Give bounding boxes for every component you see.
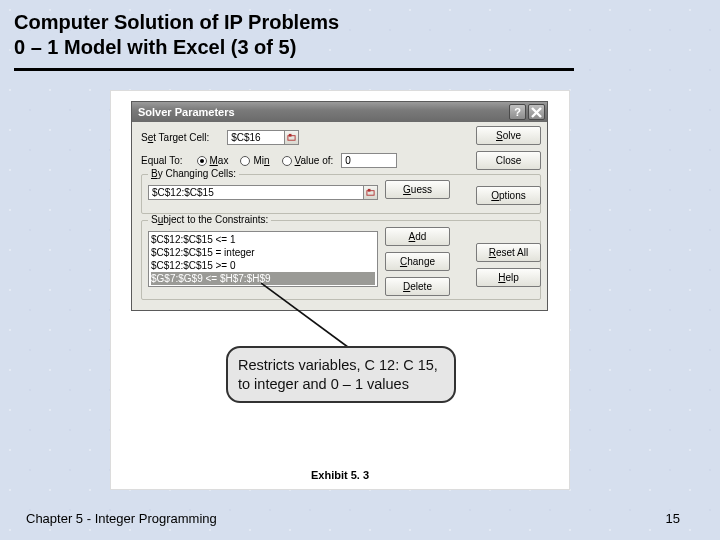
footer-chapter: Chapter 5 - Integer Programming bbox=[26, 511, 217, 526]
list-item[interactable]: $C$12:$C$15 = integer bbox=[151, 246, 375, 259]
dialog-titlebar[interactable]: Solver Parameters ? bbox=[132, 102, 547, 122]
reset-all-button[interactable]: Reset All bbox=[476, 243, 541, 262]
slide-title-line1: Computer Solution of IP Problems bbox=[14, 11, 339, 33]
list-item[interactable]: $C$12:$C$15 <= 1 bbox=[151, 233, 375, 246]
right-buttons: Solve Close Options Reset All Help bbox=[476, 126, 541, 293]
page-number: 15 bbox=[666, 511, 680, 526]
changing-cells-label: By Changing Cells: bbox=[148, 168, 239, 179]
options-button[interactable]: Options bbox=[476, 186, 541, 205]
slide-title: Computer Solution of IP Problems 0 – 1 M… bbox=[14, 10, 339, 60]
close-icon[interactable] bbox=[528, 104, 545, 120]
middle-buttons: Guess Add Change Delete bbox=[385, 180, 450, 302]
constraints-label: Subject to the Constraints: bbox=[148, 214, 271, 225]
list-item[interactable]: $G$7:$G$9 <= $H$7:$H$9 bbox=[151, 272, 375, 285]
radio-min[interactable] bbox=[240, 156, 250, 166]
constraints-listbox[interactable]: $C$12:$C$15 <= 1 $C$12:$C$15 = integer $… bbox=[148, 231, 378, 287]
add-button[interactable]: Add bbox=[385, 227, 450, 246]
svg-rect-1 bbox=[289, 134, 292, 137]
solver-parameters-dialog: Solver Parameters ? Set Target Cell: $C$… bbox=[131, 101, 548, 311]
range-picker-icon[interactable] bbox=[284, 130, 299, 145]
radio-min-label: Min bbox=[253, 155, 269, 166]
equal-to-label: Equal To: bbox=[141, 155, 183, 166]
solve-button[interactable]: Solve bbox=[476, 126, 541, 145]
callout-text: Restricts variables, C 12: C 15, to inte… bbox=[238, 357, 438, 392]
range-picker-icon[interactable] bbox=[363, 185, 378, 200]
radio-value-of-label: Value of: bbox=[295, 155, 334, 166]
value-of-input[interactable]: 0 bbox=[341, 153, 397, 168]
radio-max-label: Max bbox=[210, 155, 229, 166]
target-cell-input[interactable]: $C$16 bbox=[227, 130, 285, 145]
svg-rect-3 bbox=[368, 189, 371, 192]
callout-bubble: Restricts variables, C 12: C 15, to inte… bbox=[226, 346, 456, 403]
exhibit-label: Exhibit 5. 3 bbox=[111, 469, 569, 481]
divider bbox=[14, 68, 574, 71]
dialog-body: Set Target Cell: $C$16 Equal To: Max Min… bbox=[132, 122, 547, 310]
radio-value-of[interactable] bbox=[282, 156, 292, 166]
dialog-title: Solver Parameters bbox=[138, 106, 235, 118]
changing-cells-input[interactable]: $C$12:$C$15 bbox=[148, 185, 364, 200]
help-button[interactable]: Help bbox=[476, 268, 541, 287]
target-cell-label: Set Target Cell: bbox=[141, 132, 209, 143]
change-button[interactable]: Change bbox=[385, 252, 450, 271]
slide-title-line2: 0 – 1 Model with Excel (3 of 5) bbox=[14, 36, 296, 58]
help-icon[interactable]: ? bbox=[509, 104, 526, 120]
delete-button[interactable]: Delete bbox=[385, 277, 450, 296]
close-button[interactable]: Close bbox=[476, 151, 541, 170]
figure-panel: Solver Parameters ? Set Target Cell: $C$… bbox=[110, 90, 570, 490]
radio-max[interactable] bbox=[197, 156, 207, 166]
guess-button[interactable]: Guess bbox=[385, 180, 450, 199]
list-item[interactable]: $C$12:$C$15 >= 0 bbox=[151, 259, 375, 272]
